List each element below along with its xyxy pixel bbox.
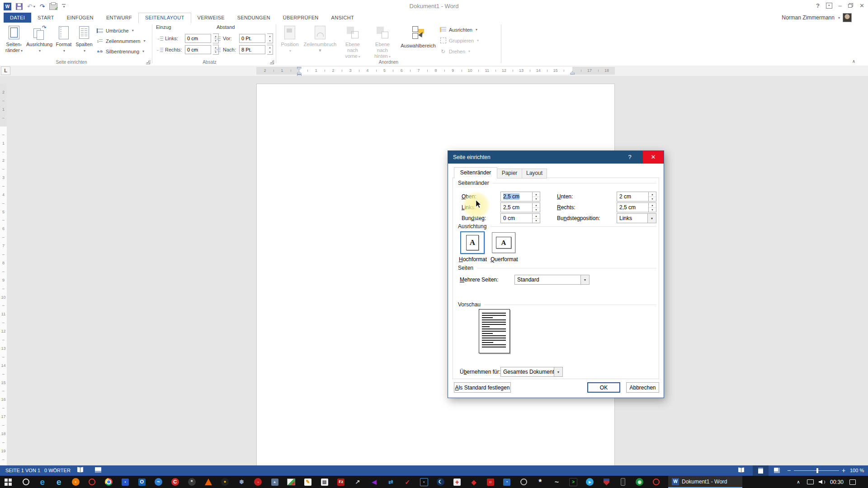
chrome-icon[interactable] [104, 478, 113, 487]
zoom-level[interactable]: 100 % [850, 465, 864, 476]
dialog-launcher-icon[interactable] [270, 60, 274, 64]
blue-cluster-app-icon[interactable]: ❄ [237, 478, 246, 487]
auswahlbereich-button[interactable]: Auswahlbereich [399, 24, 437, 57]
terminal-app-icon[interactable]: > [569, 478, 578, 487]
tray-expand-icon[interactable]: ∧ [794, 476, 802, 488]
start-button[interactable] [5, 479, 12, 486]
proofing-status-icon[interactable] [77, 467, 83, 473]
uebernehmen-select[interactable]: Gesamtes Dokument ▾ [500, 367, 563, 377]
word-count[interactable]: 0 WÖRTER [44, 465, 71, 476]
dialog-titlebar[interactable]: Seite einrichten ? ✕ [448, 151, 664, 164]
horizontal-ruler[interactable]: 211234567891011121314151718 [256, 67, 615, 75]
mehrere-seiten-select[interactable]: Standard ▾ [514, 275, 590, 285]
filezilla-icon[interactable]: Fz [336, 478, 345, 487]
telegram-icon[interactable]: ▸ [585, 478, 594, 487]
image-viewer-app-icon[interactable] [287, 478, 296, 487]
links-stepper[interactable]: ▲▼ [532, 203, 540, 212]
minimize-icon[interactable]: – [839, 2, 842, 9]
dark-app-icon[interactable]: * [187, 478, 196, 487]
ok-button[interactable]: OK [587, 382, 620, 393]
vertical-ruler[interactable]: 2112345678910111213141516171819 [0, 84, 7, 465]
web-layout-icon[interactable] [774, 468, 780, 474]
network-icon[interactable] [806, 476, 815, 488]
red-puzzle-app-icon[interactable]: + [453, 478, 462, 487]
ribbon-tab-sendungen[interactable]: SENDUNGEN [231, 13, 277, 23]
volume-icon[interactable] [817, 476, 826, 488]
bird-app-icon[interactable]: ~ [154, 478, 163, 487]
ribbon-tab-seitenlayout[interactable]: SEITENLAYOUT [138, 13, 191, 23]
indent-right-input[interactable]: 0 cm [185, 45, 211, 54]
clock[interactable]: 00:30 [828, 476, 845, 488]
gruppieren-button[interactable]: Gruppieren▾ [439, 36, 479, 45]
zeilennummern-button[interactable]: 1 Zeilennummern▾ [96, 36, 145, 46]
moon-app-icon[interactable]: ☾ [436, 478, 445, 487]
monitor-app-icon[interactable]: ▪ [502, 478, 511, 487]
gear-app-icon[interactable]: * [536, 478, 545, 487]
webcam-green-app-icon[interactable]: ◉ [635, 478, 644, 487]
print-layout-icon[interactable] [753, 465, 769, 476]
ribbon-tab-start[interactable]: START [31, 13, 61, 23]
unten-input[interactable]: 2 cm ▲▼ [617, 192, 656, 202]
swoosh-app-icon[interactable]: ~ [552, 478, 561, 487]
cards-app-icon[interactable]: ▤ [320, 478, 329, 487]
ausrichtung-button[interactable]: ↷ Ausrichtung ▾ [26, 24, 52, 57]
opera-gx-icon[interactable] [652, 478, 661, 487]
dialog-tab-layout[interactable]: Layout [522, 169, 547, 178]
zeilenumbruch-button[interactable]: Zeilenumbruch ▾ [302, 24, 338, 57]
shield-s-app-icon[interactable] [602, 478, 611, 487]
action-center-icon[interactable] [848, 476, 857, 488]
abbrechen-button[interactable]: Abbrechen [626, 382, 659, 393]
edge-icon[interactable]: e [38, 478, 47, 487]
purple-speaker-app-icon[interactable]: ◀ [370, 478, 379, 487]
zoom-slider[interactable] [794, 470, 839, 471]
ribbon-tab-einfügen[interactable]: EINFÜGEN [61, 13, 100, 23]
ebene-nach-vorne-button[interactable]: Ebene nach vorne▾ [340, 24, 366, 57]
ccleaner-icon[interactable]: C [170, 478, 179, 487]
word-task-button[interactable]: W Dokument1 - Word [668, 476, 742, 488]
blue-gray-app-icon[interactable]: ▲ [270, 478, 279, 487]
rechts-input[interactable]: 2,5 cm ▲▼ [617, 202, 656, 212]
ribbon-display-options-icon[interactable]: ▴ [826, 3, 832, 9]
indent-left-input[interactable]: 0 cm [185, 34, 211, 43]
phone-app-icon[interactable] [618, 478, 627, 487]
spalten-button[interactable]: Spalten ▾ [74, 24, 94, 57]
help-icon[interactable]: ? [816, 2, 820, 9]
silbentrennung-button[interactable]: a-b Silbentrennung▾ [96, 47, 145, 56]
ribbon-tab-überprüfen[interactable]: ÜBERPRÜFEN [277, 13, 325, 23]
chevron-down-icon[interactable]: ▾ [554, 367, 562, 376]
account-area[interactable]: Norman Zimmermann ▾ [782, 13, 852, 23]
opera-icon[interactable] [88, 478, 97, 487]
notepad-app-icon[interactable]: ✎ [303, 478, 312, 487]
ribbon-tab-entwurf[interactable]: ENTWURF [100, 13, 138, 23]
read-mode-icon[interactable] [738, 468, 744, 473]
links-input[interactable]: 2,5 cm ▲▼ [500, 202, 540, 212]
screen-recorder-app-icon[interactable]: ▪ [420, 478, 429, 487]
restore-icon[interactable] [848, 3, 853, 8]
chevron-down-icon[interactable]: ▾ [580, 275, 589, 284]
unten-stepper[interactable]: ▲▼ [648, 192, 656, 201]
ribbon-tab-datei[interactable]: DATEI [4, 13, 31, 23]
hochformat-option[interactable]: A [460, 231, 485, 254]
red-sphere-app-icon[interactable]: ● [254, 478, 263, 487]
querformat-option[interactable]: A [492, 232, 515, 253]
bundstegposition-select[interactable]: Links ▾ [617, 213, 656, 223]
ausrichten-button[interactable]: Ausrichten▾ [439, 25, 479, 34]
ribbon-tab-ansicht[interactable]: ANSICHT [325, 13, 360, 23]
macro-recording-icon[interactable] [95, 467, 101, 474]
check-app-icon[interactable]: ✓ [403, 478, 412, 487]
floppy-save-app-icon[interactable]: ▪ [121, 478, 130, 487]
ribbon-tab-verweise[interactable]: VERWEISE [191, 13, 231, 23]
dialog-close-icon[interactable]: ✕ [643, 151, 664, 164]
internet-explorer-icon[interactable]: e [54, 478, 63, 487]
umbrueche-button[interactable]: Umbrüche▾ [96, 26, 145, 35]
page-indicator[interactable]: SEITE 1 VON 1 [5, 465, 40, 476]
spacing-before-stepper[interactable]: ▲▼ [267, 33, 273, 43]
outlook-icon[interactable]: O [137, 478, 146, 487]
close-icon[interactable]: ✕ [859, 2, 864, 9]
dialog-tab-papier[interactable]: Papier [497, 169, 522, 178]
sync-arrows-app-icon[interactable]: ⇄ [386, 478, 395, 487]
oben-input[interactable]: 2,5 cm ▲▼ [500, 192, 540, 202]
avatar[interactable] [843, 13, 852, 22]
remote-desktop-app-icon[interactable]: ↗ [353, 478, 362, 487]
dialog-launcher-icon[interactable] [146, 60, 150, 64]
